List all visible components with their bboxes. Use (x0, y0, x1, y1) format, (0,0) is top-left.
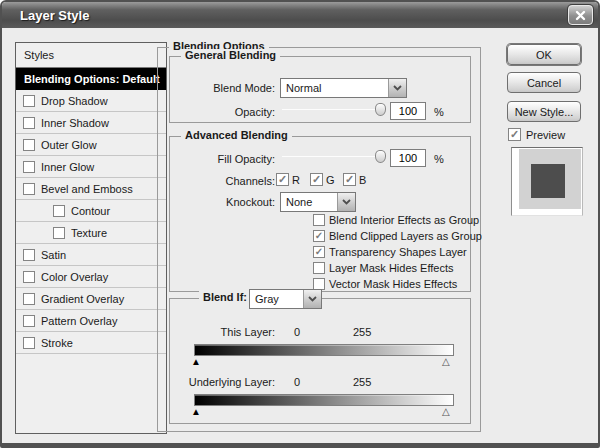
channel-g-label: G (326, 174, 335, 186)
option-blend-interior[interactable]: Blend Interior Effects as Group (313, 213, 479, 227)
new-style-button[interactable]: New Style... (507, 101, 581, 122)
layer-mask-hides-checkbox[interactable] (313, 262, 325, 274)
sidebar-item-label: Pattern Overlay (41, 315, 117, 327)
ok-button[interactable]: OK (507, 44, 581, 65)
channel-b[interactable]: ✓ B (343, 173, 366, 186)
outer-glow-checkbox[interactable] (23, 139, 35, 151)
option-blend-clipped[interactable]: ✓ Blend Clipped Layers as Group (313, 229, 482, 243)
bevel-emboss-checkbox[interactable] (23, 183, 35, 195)
color-overlay-checkbox[interactable] (23, 271, 35, 283)
channel-g-checkbox[interactable]: ✓ (310, 173, 323, 186)
blend-mode-dropdown[interactable]: Normal (280, 78, 407, 98)
texture-checkbox[interactable] (53, 227, 65, 239)
sidebar-item-inner-glow[interactable]: Inner Glow (16, 156, 166, 178)
channel-r-label: R (292, 174, 300, 186)
channel-r-checkbox[interactable]: ✓ (276, 173, 289, 186)
channel-g[interactable]: ✓ G (310, 173, 335, 186)
stroke-checkbox[interactable] (23, 337, 35, 349)
underlying-layer-min-marker[interactable]: ▲ (191, 407, 201, 417)
this-layer-max-marker[interactable]: △ (442, 357, 450, 367)
fill-opacity-unit: % (434, 153, 444, 165)
sidebar-item-drop-shadow[interactable]: Drop Shadow (16, 90, 166, 112)
this-layer-gradient-bar (194, 344, 454, 356)
chevron-down-icon[interactable] (337, 193, 355, 211)
sidebar-item-label: Color Overlay (41, 271, 108, 283)
chevron-down-icon[interactable] (388, 79, 406, 97)
sidebar-item-satin[interactable]: Satin (16, 244, 166, 266)
channel-b-label: B (359, 174, 366, 186)
transparency-shapes-checkbox[interactable]: ✓ (313, 246, 325, 258)
sidebar-item-pattern-overlay[interactable]: Pattern Overlay (16, 310, 166, 332)
option-vector-mask-hides[interactable]: Vector Mask Hides Effects (313, 277, 457, 291)
contour-checkbox[interactable] (53, 205, 65, 217)
option-label: Blend Interior Effects as Group (329, 214, 479, 226)
chevron-down-icon[interactable] (303, 290, 321, 308)
sidebar-item-label: Contour (71, 205, 110, 217)
inner-shadow-checkbox[interactable] (23, 117, 35, 129)
preview-layer-square (531, 164, 565, 198)
underlying-layer-label: Underlying Layer: (170, 376, 275, 388)
this-layer-min-marker[interactable]: ▲ (191, 357, 201, 367)
knockout-dropdown[interactable]: None (280, 192, 356, 212)
option-transparency-shapes[interactable]: ✓ Transparency Shapes Layer (313, 245, 467, 259)
opacity-unit: % (434, 106, 444, 118)
blend-if-value: Gray (250, 290, 303, 308)
underlying-layer-min: 0 (294, 376, 300, 388)
pattern-overlay-checkbox[interactable] (23, 315, 35, 327)
sidebar-item-inner-shadow[interactable]: Inner Shadow (16, 112, 166, 134)
preview-toggle[interactable]: ✓ Preview (508, 128, 565, 141)
sidebar-item-color-overlay[interactable]: Color Overlay (16, 266, 166, 288)
sidebar-item-label: Outer Glow (41, 139, 97, 151)
close-button[interactable] (568, 5, 593, 25)
option-layer-mask-hides[interactable]: Layer Mask Hides Effects (313, 261, 454, 275)
blend-if-dropdown[interactable]: Gray (249, 289, 322, 309)
blend-clipped-checkbox[interactable]: ✓ (313, 230, 325, 242)
option-label: Vector Mask Hides Effects (329, 278, 457, 290)
channel-b-checkbox[interactable]: ✓ (343, 173, 356, 186)
gradient-overlay-checkbox[interactable] (23, 293, 35, 305)
opacity-input[interactable] (390, 102, 426, 120)
sidebar-item-contour[interactable]: Contour (16, 200, 166, 222)
sidebar-item-label: Bevel and Emboss (41, 183, 133, 195)
underlying-layer-gradient-bar (194, 394, 454, 406)
title-bar[interactable]: Layer Style (2, 2, 598, 28)
general-blending-title: General Blending (181, 49, 280, 61)
sidebar-item-outer-glow[interactable]: Outer Glow (16, 134, 166, 156)
layer-style-dialog: Layer Style Styles Blending Options: Def… (0, 0, 600, 448)
channel-r[interactable]: ✓ R (276, 173, 300, 186)
advanced-blending-group: Advanced Blending Fill Opacity: % Channe… (169, 136, 471, 292)
sidebar-item-label: Inner Shadow (41, 117, 109, 129)
fill-opacity-slider[interactable] (282, 150, 382, 164)
fill-opacity-slider-track[interactable] (282, 156, 382, 157)
styles-panel-header: Styles (16, 43, 166, 68)
fill-opacity-input[interactable] (390, 149, 426, 167)
opacity-slider[interactable] (282, 103, 382, 117)
blend-interior-checkbox[interactable] (313, 214, 325, 226)
opacity-slider-thumb[interactable] (375, 103, 386, 116)
advanced-blending-title: Advanced Blending (181, 129, 292, 141)
inner-glow-checkbox[interactable] (23, 161, 35, 173)
sidebar-item-label: Inner Glow (41, 161, 94, 173)
preview-checkbox[interactable]: ✓ (508, 128, 521, 141)
underlying-layer-max: 255 (353, 376, 371, 388)
drop-shadow-checkbox[interactable] (23, 95, 35, 107)
option-label: Blend Clipped Layers as Group (329, 230, 482, 242)
sidebar-item-bevel-and-emboss[interactable]: Bevel and Emboss (16, 178, 166, 200)
cancel-button[interactable]: Cancel (507, 72, 581, 93)
window-title: Layer Style (20, 8, 568, 23)
general-blending-group: General Blending Blend Mode: Normal Opac… (169, 56, 471, 123)
knockout-value: None (281, 193, 337, 211)
satin-checkbox[interactable] (23, 249, 35, 261)
style-preview-swatch (511, 147, 583, 216)
underlying-layer-max-marker[interactable]: △ (442, 407, 450, 417)
fill-opacity-slider-thumb[interactable] (375, 150, 386, 163)
sidebar-item-label: Satin (41, 249, 66, 261)
sidebar-item-gradient-overlay[interactable]: Gradient Overlay (16, 288, 166, 310)
preview-label: Preview (526, 129, 565, 141)
opacity-label: Opacity: (170, 106, 275, 118)
sidebar-item-texture[interactable]: Texture (16, 222, 166, 244)
sidebar-item-stroke[interactable]: Stroke (16, 332, 166, 354)
opacity-slider-track[interactable] (282, 109, 382, 110)
sidebar-item-blending-options[interactable]: Blending Options: Default (16, 68, 166, 90)
sidebar-item-label: Gradient Overlay (41, 293, 124, 305)
